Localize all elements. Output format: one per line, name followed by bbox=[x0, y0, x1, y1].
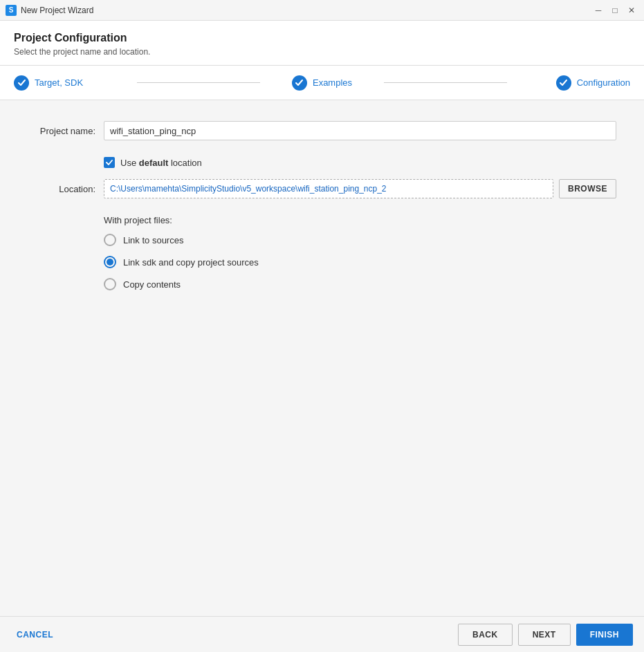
radio-link-sdk-copy-label: Link sdk and copy project sources bbox=[123, 257, 259, 268]
use-default-location-label: Use default location bbox=[120, 158, 202, 168]
location-row: Location: BROWSE bbox=[28, 179, 616, 198]
restore-button[interactable]: □ bbox=[608, 3, 622, 17]
dialog-header: Project Configuration Select the project… bbox=[0, 21, 644, 66]
dialog: Project Configuration Select the project… bbox=[0, 21, 644, 652]
step-configuration-circle bbox=[556, 75, 571, 91]
use-default-location-checkbox[interactable] bbox=[104, 157, 115, 168]
step-configuration-label: Configuration bbox=[577, 77, 630, 88]
radio-copy-contents-button[interactable] bbox=[104, 278, 116, 290]
step-examples: Examples bbox=[260, 75, 383, 91]
close-button[interactable]: ✕ bbox=[625, 3, 638, 17]
back-button[interactable]: BACK bbox=[458, 624, 513, 646]
radio-copy-contents-label: Copy contents bbox=[123, 279, 181, 290]
project-name-input[interactable] bbox=[104, 121, 616, 140]
radio-link-to-sources-button[interactable] bbox=[104, 234, 116, 246]
checkbox-check-icon bbox=[106, 159, 113, 166]
step-divider-2 bbox=[384, 82, 507, 83]
page-title: Project Configuration bbox=[14, 32, 630, 44]
dialog-footer: CANCEL BACK NEXT FINISH bbox=[0, 616, 644, 652]
next-button[interactable]: NEXT bbox=[518, 624, 571, 646]
use-default-bold: default bbox=[139, 158, 169, 168]
dialog-content: Project name: Use default location Locat… bbox=[0, 100, 644, 616]
radio-link-to-sources-label: Link to sources bbox=[123, 235, 183, 245]
page-subtitle: Select the project name and location. bbox=[14, 47, 630, 57]
radio-selected-indicator bbox=[107, 259, 113, 266]
step-configuration: Configuration bbox=[507, 75, 630, 91]
use-default-location-row: Use default location bbox=[104, 157, 616, 168]
step-target-sdk-label: Target, SDK bbox=[35, 77, 83, 88]
app-icon: S bbox=[6, 5, 17, 16]
location-label: Location: bbox=[28, 184, 104, 194]
project-name-row: Project name: bbox=[28, 121, 616, 140]
steps-bar: Target, SDK Examples Configuration bbox=[0, 66, 644, 100]
with-project-files-label: With project files: bbox=[104, 215, 616, 225]
window-controls: ─ □ ✕ bbox=[591, 3, 638, 17]
radio-link-sdk-copy-button[interactable] bbox=[104, 256, 116, 268]
checkmark-icon bbox=[295, 78, 304, 87]
radio-group: Link to sources Link sdk and copy projec… bbox=[104, 234, 616, 290]
checkmark-icon bbox=[559, 78, 568, 87]
step-target-sdk: Target, SDK bbox=[14, 75, 137, 91]
browse-button[interactable]: BROWSE bbox=[559, 179, 616, 198]
location-input[interactable] bbox=[104, 179, 553, 198]
step-divider-1 bbox=[137, 82, 260, 83]
radio-link-sdk-copy[interactable]: Link sdk and copy project sources bbox=[104, 256, 616, 268]
step-examples-circle bbox=[292, 75, 307, 91]
project-name-label: Project name: bbox=[28, 126, 104, 136]
step-examples-label: Examples bbox=[313, 77, 352, 88]
step-target-sdk-circle bbox=[14, 75, 29, 91]
checkmark-icon bbox=[17, 78, 26, 87]
cancel-button[interactable]: CANCEL bbox=[11, 626, 59, 644]
radio-link-to-sources[interactable]: Link to sources bbox=[104, 234, 616, 246]
minimize-button[interactable]: ─ bbox=[591, 3, 605, 17]
radio-copy-contents[interactable]: Copy contents bbox=[104, 278, 616, 290]
title-bar: S New Project Wizard ─ □ ✕ bbox=[0, 0, 644, 21]
finish-button[interactable]: FINISH bbox=[576, 624, 633, 646]
window-title: New Project Wizard bbox=[21, 6, 591, 15]
